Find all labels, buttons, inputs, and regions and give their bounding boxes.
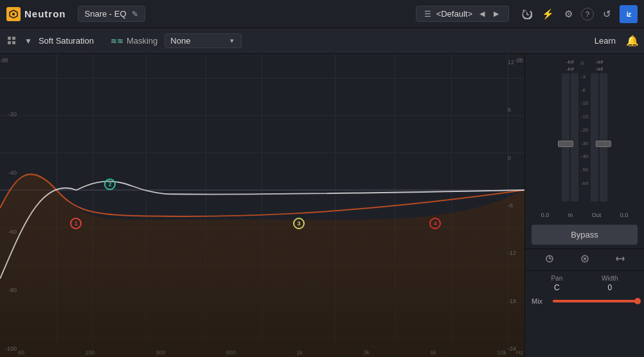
- mix-label: Mix: [532, 297, 548, 305]
- width-group: Width 0: [602, 275, 618, 292]
- out-label: Out: [592, 212, 602, 218]
- timer-icon[interactable]: [540, 252, 559, 268]
- svg-rect-6: [8, 41, 11, 44]
- db-20: -20: [581, 127, 589, 133]
- in-label: In: [568, 212, 573, 218]
- freq-1k: 1k: [296, 349, 303, 356]
- svg-rect-7: [12, 41, 15, 44]
- out-meter-bars: [591, 73, 607, 208]
- db-right-n18: -18: [508, 298, 523, 304]
- arrow-down-icon[interactable]: ▼: [24, 37, 32, 46]
- db-label-80: -80: [1, 287, 17, 293]
- out-value: 0.0: [620, 212, 629, 218]
- mix-slider[interactable]: [553, 300, 638, 302]
- eq-node-4[interactable]: 4: [429, 218, 441, 229]
- out-meter-bar-l: [591, 73, 598, 202]
- bottom-icons-row: [525, 248, 644, 271]
- preset-area[interactable]: Snare - EQ ✎: [78, 6, 145, 22]
- db-50: -50: [581, 167, 589, 173]
- width-value[interactable]: 0: [607, 283, 612, 292]
- top-bar: Neutron Snare - EQ ✎ ☰ <Default> ◀ ▶ ⚡ ⚙…: [0, 0, 644, 28]
- eq-node-2[interactable]: 2: [104, 178, 116, 190]
- undo-icon[interactable]: ↺: [599, 6, 614, 22]
- in-meter-bars: [562, 73, 578, 208]
- db-30: -30: [581, 141, 589, 146]
- out-inf-top-label: -Inf: [596, 59, 604, 65]
- eq-chart-area[interactable]: 1 2 3 4 dB dB -20 -40 -60 -80 -100 12 6 …: [0, 54, 525, 357]
- db-label-20: -20: [1, 111, 17, 118]
- learn-button[interactable]: Learn: [588, 33, 622, 48]
- mix-slider-fill: [553, 300, 638, 302]
- nav-prev-button[interactable]: ◀: [478, 10, 487, 18]
- out-meter-group: -Inf -Inf: [591, 59, 607, 208]
- lightning-icon[interactable]: ⚡: [540, 6, 555, 22]
- db-right-0: 0: [508, 155, 523, 161]
- masking-label: Masking: [127, 36, 157, 46]
- freq-3k: 3k: [363, 349, 370, 356]
- out-meter-bar-r: [600, 73, 607, 202]
- main-area: 1 2 3 4 dB dB -20 -40 -60 -80 -100 12 6 …: [0, 54, 644, 357]
- db-15: -15: [581, 114, 589, 119]
- db-inf: -Inf: [581, 180, 589, 186]
- masking-waveform-icon: ≋≋: [111, 37, 123, 46]
- mix-row: Mix: [525, 293, 644, 309]
- top-icons: ⚡ ⚙ ? ↺ iz: [519, 5, 638, 23]
- in-meter-bar-l: [562, 73, 569, 202]
- ear-icon[interactable]: 🔔: [626, 35, 639, 47]
- meter-section: -Inf -Inf 0 -3 -6 -10 -15: [525, 54, 644, 211]
- db-40: -40: [581, 153, 589, 159]
- izologo: iz: [620, 5, 638, 23]
- logo-area: Neutron: [6, 7, 66, 21]
- list-icon: ☰: [424, 10, 431, 19]
- db-3: -3: [581, 74, 589, 80]
- module-grid-icon[interactable]: [5, 33, 21, 49]
- eq-svg: [0, 54, 524, 357]
- pan-width-row: Pan C Width 0: [525, 271, 644, 293]
- in-inf-top-label: -Inf: [566, 59, 574, 65]
- freq-100: 100: [85, 349, 95, 356]
- mix-slider-thumb[interactable]: [634, 298, 641, 304]
- app-title: Neutron: [24, 8, 66, 19]
- right-panel: -Inf -Inf 0 -3 -6 -10 -15: [525, 54, 644, 357]
- width-label: Width: [602, 275, 618, 282]
- db-label-40: -40: [1, 170, 17, 176]
- preset-edit-icon[interactable]: ✎: [132, 10, 138, 19]
- gear-icon[interactable]: ⚙: [560, 6, 576, 22]
- db-label-60: -60: [1, 229, 17, 235]
- out-meter-knob[interactable]: [596, 141, 611, 147]
- in-meter-knob[interactable]: [558, 141, 573, 147]
- db-6: -6: [581, 87, 589, 93]
- question-icon[interactable]: ?: [581, 8, 594, 21]
- db-labels-left: -20 -40 -60 -80 -100: [0, 54, 18, 357]
- svg-rect-5: [12, 37, 15, 40]
- svg-rect-4: [8, 37, 11, 40]
- in-inf-bottom-label: -Inf: [566, 66, 574, 72]
- center-preset-name: <Default>: [436, 9, 472, 19]
- db-right-6: 6: [508, 107, 523, 113]
- eq-node-3[interactable]: 3: [293, 218, 305, 229]
- eq-node-1[interactable]: 1: [70, 218, 82, 229]
- history-icon[interactable]: [519, 6, 535, 22]
- db-right-n24: -24: [508, 345, 523, 352]
- masking-select[interactable]: None Track A Track B: [165, 33, 242, 48]
- preset-name: Snare - EQ: [85, 9, 127, 19]
- bypass-button[interactable]: Bypass: [532, 225, 638, 245]
- db-right-12: 12: [508, 59, 523, 65]
- meter-db-scale: 0 -3 -6 -10 -15 -20 -30 -40 -50 -Inf: [581, 59, 589, 187]
- freq-6k: 6k: [430, 349, 436, 356]
- db-labels-right: 12 6 0 -6 -12 -18 -24: [506, 54, 524, 357]
- svg-point-1: [12, 13, 15, 15]
- in-meter-group: -Inf -Inf: [562, 59, 578, 208]
- freq-labels: 60 100 300 600 1k 3k 6k 10k: [18, 349, 506, 356]
- freq-300: 300: [156, 349, 165, 356]
- nav-next-button[interactable]: ▶: [492, 10, 501, 18]
- center-preset-area[interactable]: ☰ <Default> ◀ ▶: [416, 6, 509, 22]
- soft-saturation-label: Soft Saturation: [39, 36, 94, 46]
- freq-10k: 10k: [497, 349, 506, 356]
- masking-dropdown[interactable]: None Track A Track B ▾: [161, 33, 234, 48]
- phase-icon[interactable]: [575, 252, 595, 268]
- stereo-icon[interactable]: [611, 252, 630, 268]
- second-bar: ▼ Soft Saturation ≋≋ Masking None Track …: [0, 28, 644, 54]
- masking-area: ≋≋ Masking None Track A Track B ▾: [111, 33, 234, 48]
- pan-value[interactable]: C: [554, 283, 560, 292]
